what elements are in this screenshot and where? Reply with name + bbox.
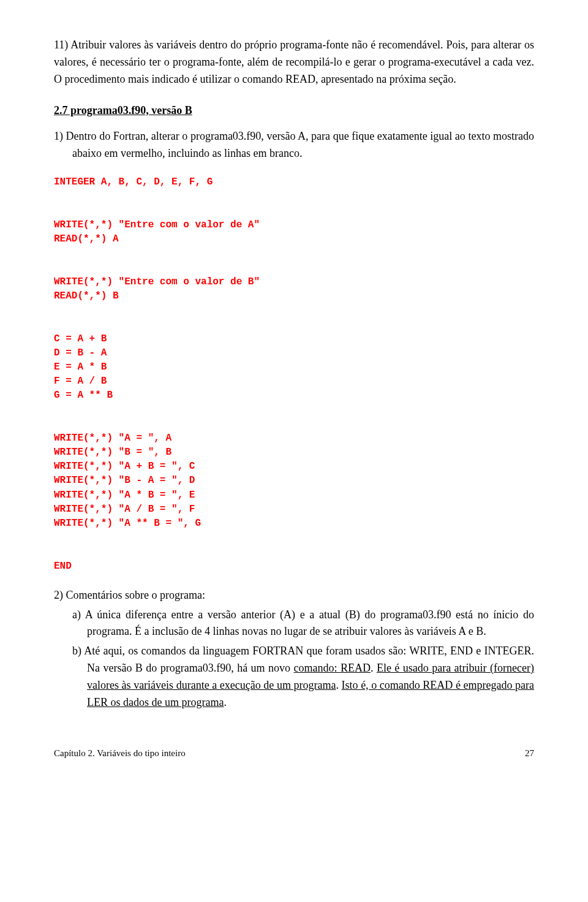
sub-b-text-4: . [224, 696, 227, 708]
sub-b-text-2: . [371, 662, 377, 674]
list-item-2: 2) Comentários sobre o programa: [54, 587, 534, 604]
sub-b-underline-1: comando: READ [294, 662, 371, 674]
section-title: 2.7 programa03.f90, versão B [54, 104, 534, 117]
footer-page-number: 27 [525, 748, 534, 759]
sub-item-a: a) A única diferença entre a versão ante… [54, 607, 534, 641]
list-item-1: 1) Dentro do Fortran, alterar o programa… [54, 128, 534, 162]
fortran-code-block: INTEGER A, B, C, D, E, F, G WRITE(*,*) "… [54, 175, 534, 573]
page-footer: Capítulo 2. Variáveis do tipo inteiro 27 [54, 748, 534, 759]
footer-chapter: Capítulo 2. Variáveis do tipo inteiro [54, 748, 186, 759]
paragraph-intro: 11) Atribuir valores às variáveis dentro… [54, 37, 534, 88]
document-page: 11) Atribuir valores às variáveis dentro… [0, 0, 588, 783]
sub-item-b: b) Até aqui, os comandos da linguagem FO… [54, 643, 534, 711]
sub-b-text-3: . [336, 679, 341, 691]
